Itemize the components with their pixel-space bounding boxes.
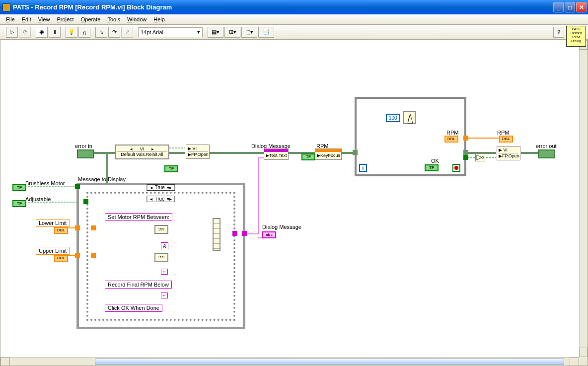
scrollbar-vertical[interactable]	[579, 40, 588, 357]
menu-edit[interactable]: Edit	[18, 15, 35, 23]
const-cr-1[interactable]: ↵	[161, 269, 168, 275]
run-button[interactable]: ▷	[6, 27, 18, 38]
node-vi-ref[interactable]: ◂ VI ▸ Default Vals.Reinit All	[115, 145, 169, 159]
terminal-ok[interactable]: TF	[425, 164, 439, 171]
terminal-error-in[interactable]	[77, 149, 94, 158]
terminal-upper-limit[interactable]: DBL	[54, 255, 68, 262]
step-into-button[interactable]: ↘	[95, 27, 107, 38]
terminal-brushless[interactable]: TF	[12, 184, 26, 191]
titlebar: PATS - Record RPM [Record RPM.vi] Block …	[0, 0, 588, 14]
tunnel-dbl-2b	[91, 253, 96, 258]
label-error-in: error in	[75, 143, 92, 149]
tunnel-dbl-1b	[91, 225, 96, 230]
label-rpm-loop: RPM	[446, 130, 458, 136]
abort-button[interactable]: ◉	[36, 27, 48, 38]
menu-tools[interactable]: Tools	[104, 15, 124, 23]
const-100[interactable]: 100	[386, 114, 400, 122]
label-msg-display: Message to Display	[78, 176, 126, 182]
maximize-button[interactable]: □	[565, 2, 575, 12]
highlight-button[interactable]: 💡	[66, 27, 77, 38]
reorder-button[interactable]: 📑	[258, 27, 274, 38]
num-to-str-1[interactable]: 999	[154, 225, 168, 234]
canvas[interactable]: error in ◂ VI ▸ Default Vals.Reinit All …	[0, 40, 588, 366]
loop-stop-icon	[452, 164, 460, 172]
menu-operate[interactable]: Operate	[77, 15, 104, 23]
const-true-keyfocus[interactable]: TF	[301, 153, 315, 160]
align-button[interactable]: ▦▾	[208, 27, 223, 38]
step-over-button[interactable]: ↷	[108, 27, 120, 38]
close-button[interactable]: ✕	[576, 2, 587, 12]
menu-project[interactable]: Project	[53, 15, 77, 23]
terminal-error-out[interactable]	[538, 149, 555, 158]
terminal-rpm-loop[interactable]: DBL	[444, 136, 458, 143]
tunnel-loop-out	[463, 150, 468, 155]
tunnel-bool-out	[463, 155, 468, 160]
const-cr-2[interactable]: ↵	[161, 293, 168, 298]
svg-line-0	[408, 114, 410, 120]
node-fp-open-2[interactable]: ▶ VI ▶FP.Open	[497, 146, 520, 160]
case-inner-selector[interactable]: ◂ True ▾▸	[147, 196, 175, 202]
wait-metronome-icon[interactable]	[403, 111, 416, 124]
terminal-lower-limit[interactable]: DBL	[54, 227, 68, 234]
scrollbar-thumb[interactable]	[95, 359, 564, 365]
terminal-dialog-msg[interactable]: abc	[262, 231, 276, 238]
node-fp-open-1[interactable]: ▶ VI ▶FP.Open	[186, 145, 210, 159]
case-outer-selector[interactable]: ◂ True ▾▸	[147, 184, 175, 191]
label-dialog-msg2: Dialog Message	[262, 224, 301, 230]
label-adjustable: Adjustable	[25, 196, 51, 202]
terminal-rpm-out[interactable]: DBL	[499, 136, 513, 143]
const-set-motor[interactable]: Set Motor RPM Between:	[105, 213, 172, 221]
tunnel-str-out1	[232, 231, 237, 236]
tunnel-rpm-out	[463, 136, 468, 141]
window-title: PATS - Record RPM [Record RPM.vi] Block …	[13, 3, 553, 11]
loop-iteration-icon: i	[359, 164, 367, 172]
run-cont-button[interactable]: ⟳	[19, 27, 31, 38]
menu-help[interactable]: Help	[150, 15, 168, 23]
concat-strings[interactable]	[213, 218, 220, 251]
help-button[interactable]: ?	[553, 27, 564, 38]
menu-window[interactable]: Window	[124, 15, 150, 23]
resize-button[interactable]: ⬚▾	[241, 27, 257, 38]
distribute-button[interactable]: ⊞▾	[224, 27, 240, 38]
tunnel-bool-2	[83, 199, 88, 204]
tunnel-loop-in	[353, 150, 358, 155]
node-text-text[interactable]: ▶Text.Text	[264, 148, 289, 160]
tunnel-dbl-1	[75, 225, 80, 230]
num-to-str-2[interactable]: 999	[154, 253, 168, 262]
terminal-adjustable[interactable]: TF	[12, 200, 26, 207]
retain-button[interactable]: ⎌	[78, 27, 90, 38]
not-gate[interactable]	[475, 153, 485, 161]
tunnel-str-out2	[242, 231, 247, 236]
vi-icon-block[interactable]: PATS Record RPM Dialog	[566, 26, 586, 47]
const-true-fpopen[interactable]: TF	[164, 165, 178, 172]
menubar: File Edit View Project Operate Tools Win…	[0, 14, 588, 25]
label-upper-limit: Upper Limit	[36, 247, 70, 255]
font-select[interactable]: 14pt Arial▾	[138, 27, 203, 37]
app-icon	[2, 3, 10, 11]
label-ok: OK	[431, 158, 439, 164]
pause-button[interactable]: Ⅱ	[49, 27, 61, 38]
step-out-button[interactable]: ↗	[121, 27, 133, 38]
const-click-ok[interactable]: Click OK When Done	[105, 304, 162, 312]
scrollbar-corner	[579, 357, 588, 366]
label-brushless: Brushless Motor	[25, 180, 65, 186]
tunnel-dbl-2	[75, 253, 80, 258]
label-rpm-out: RPM	[497, 130, 509, 136]
menu-view[interactable]: View	[35, 15, 54, 23]
toolbar: ▷ ⟳ ◉ Ⅱ 💡 ⎌ ↘ ↷ ↗ 14pt Arial▾ ▦▾ ⊞▾ ⬚▾ 📑…	[0, 25, 588, 40]
label-lower-limit: Lower Limit	[36, 219, 70, 227]
scrollbar-horizontal[interactable]	[0, 357, 579, 366]
tunnel-bool-1	[75, 184, 80, 189]
menu-file[interactable]: File	[2, 15, 18, 23]
label-error-out: error out	[536, 143, 557, 149]
node-keyfocus[interactable]: ▶KeyFocus	[315, 148, 342, 160]
minimize-button[interactable]: _	[553, 2, 564, 12]
const-amp[interactable]: &	[161, 242, 168, 250]
const-record-final[interactable]: Record Final RPM Below	[105, 281, 172, 289]
